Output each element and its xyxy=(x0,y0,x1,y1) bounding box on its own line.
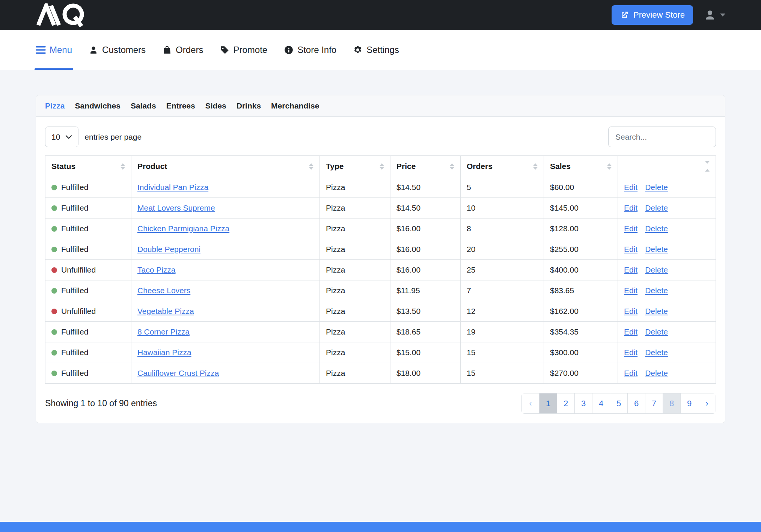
tab-merchandise[interactable]: Merchandise xyxy=(271,101,319,110)
page-button-1[interactable]: 1 xyxy=(539,393,557,414)
tab-drinks[interactable]: Drinks xyxy=(237,101,261,110)
delete-link[interactable]: Delete xyxy=(645,348,668,357)
product-link[interactable]: Cauliflower Crust Pizza xyxy=(137,369,219,377)
edit-link[interactable]: Edit xyxy=(624,369,637,377)
delete-link[interactable]: Delete xyxy=(645,224,668,233)
tab-sides[interactable]: Sides xyxy=(205,101,226,110)
product-cell: Hawaiian Pizza xyxy=(131,342,320,363)
entries-per-page-select[interactable]: 10 xyxy=(45,127,78,147)
edit-link[interactable]: Edit xyxy=(624,327,637,336)
column-header-type[interactable]: Type xyxy=(320,156,390,177)
type-cell: Pizza xyxy=(320,239,390,260)
type-cell: Pizza xyxy=(320,363,390,384)
page-button-9[interactable]: 9 xyxy=(680,393,698,414)
column-header-actions[interactable] xyxy=(618,156,716,177)
column-label: Price xyxy=(396,162,416,171)
sales-cell: $145.00 xyxy=(544,198,618,219)
delete-link[interactable]: Delete xyxy=(645,245,668,253)
page-button-8[interactable]: 8 xyxy=(663,393,681,414)
status-label: Fulfilled xyxy=(61,286,88,295)
pagination: ‹123456789› xyxy=(521,393,716,414)
tab-sandwiches[interactable]: Sandwiches xyxy=(75,101,121,110)
product-cell: Taco Pizza xyxy=(131,260,320,280)
edit-link[interactable]: Edit xyxy=(624,265,637,274)
tab-entrees[interactable]: Entrees xyxy=(166,101,195,110)
nav-item-store-info[interactable]: Store Info xyxy=(284,30,336,70)
orders-cell: 25 xyxy=(461,260,544,280)
status-cell: Fulfilled xyxy=(45,363,131,384)
orders-cell: 15 xyxy=(461,363,544,384)
nav-item-menu[interactable]: Menu xyxy=(36,30,72,70)
page-button-7[interactable]: 7 xyxy=(645,393,663,414)
product-link[interactable]: Vegetable Pizza xyxy=(137,307,194,315)
actions-cell: EditDelete xyxy=(618,177,716,198)
price-cell: $15.00 xyxy=(390,342,461,363)
product-link[interactable]: Cheese Lovers xyxy=(137,286,190,295)
sales-cell: $400.00 xyxy=(544,260,618,280)
page-button-4[interactable]: 4 xyxy=(592,393,610,414)
product-cell: Double Pepperoni xyxy=(131,239,320,260)
nav-item-settings[interactable]: Settings xyxy=(353,30,399,70)
preview-store-button[interactable]: Preview Store xyxy=(612,5,693,25)
column-header-product[interactable]: Product xyxy=(131,156,320,177)
status-dot xyxy=(51,205,57,211)
brand-logo[interactable] xyxy=(36,0,96,30)
price-cell: $16.00 xyxy=(390,219,461,239)
delete-link[interactable]: Delete xyxy=(645,265,668,274)
column-header-price[interactable]: Price xyxy=(390,156,461,177)
status-label: Fulfilled xyxy=(61,203,88,212)
footer-accent-bar xyxy=(0,522,761,532)
edit-link[interactable]: Edit xyxy=(624,203,637,212)
edit-link[interactable]: Edit xyxy=(624,183,637,191)
tab-pizza[interactable]: Pizza xyxy=(45,101,65,110)
product-link[interactable]: Meat Lovers Supreme xyxy=(137,203,215,212)
user-menu[interactable] xyxy=(704,9,725,21)
main-content: PizzaSandwichesSaladsEntreesSidesDrinksM… xyxy=(0,95,761,423)
delete-link[interactable]: Delete xyxy=(645,203,668,212)
nav-item-orders[interactable]: Orders xyxy=(162,30,203,70)
status-cell: Fulfilled xyxy=(45,219,131,239)
edit-link[interactable]: Edit xyxy=(624,286,637,295)
edit-link[interactable]: Edit xyxy=(624,224,637,233)
tag-icon xyxy=(220,45,229,55)
product-link[interactable]: Taco Pizza xyxy=(137,265,176,274)
next-page-button[interactable]: › xyxy=(698,393,716,414)
orders-cell: 20 xyxy=(461,239,544,260)
prev-page-button[interactable]: ‹ xyxy=(521,393,539,414)
nav-item-promote[interactable]: Promote xyxy=(220,30,267,70)
status-cell: Fulfilled xyxy=(45,342,131,363)
column-header-sales[interactable]: Sales xyxy=(544,156,618,177)
search-input[interactable] xyxy=(608,127,716,147)
sort-icon xyxy=(121,163,125,170)
product-link[interactable]: Double Pepperoni xyxy=(137,245,200,253)
edit-link[interactable]: Edit xyxy=(624,348,637,357)
page-button-2[interactable]: 2 xyxy=(557,393,575,414)
edit-link[interactable]: Edit xyxy=(624,307,637,315)
page-button-3[interactable]: 3 xyxy=(574,393,592,414)
product-link[interactable]: Chicken Parmigiana Pizza xyxy=(137,224,229,233)
delete-link[interactable]: Delete xyxy=(645,307,668,315)
info-icon xyxy=(284,45,294,55)
nav-item-customers[interactable]: Customers xyxy=(89,30,146,70)
column-header-orders[interactable]: Orders xyxy=(461,156,544,177)
product-link[interactable]: 8 Corner Pizza xyxy=(137,327,190,336)
nav-item-label: Customers xyxy=(102,45,146,55)
delete-link[interactable]: Delete xyxy=(645,183,668,191)
nav-item-label: Orders xyxy=(176,45,203,55)
product-link[interactable]: Individual Pan Pizza xyxy=(137,183,208,191)
delete-link[interactable]: Delete xyxy=(645,327,668,336)
page-button-6[interactable]: 6 xyxy=(627,393,645,414)
sales-cell: $162.00 xyxy=(544,301,618,322)
column-header-status[interactable]: Status xyxy=(45,156,131,177)
status-label: Fulfilled xyxy=(61,183,88,191)
product-cell: Individual Pan Pizza xyxy=(131,177,320,198)
delete-link[interactable]: Delete xyxy=(645,369,668,377)
tab-salads[interactable]: Salads xyxy=(131,101,156,110)
page-button-5[interactable]: 5 xyxy=(610,393,628,414)
orders-cell: 10 xyxy=(461,198,544,219)
status-cell: Fulfilled xyxy=(45,280,131,301)
table-row: FulfilledCheese LoversPizza$11.957$83.65… xyxy=(45,280,716,301)
edit-link[interactable]: Edit xyxy=(624,245,637,253)
delete-link[interactable]: Delete xyxy=(645,286,668,295)
product-link[interactable]: Hawaiian Pizza xyxy=(137,348,191,357)
